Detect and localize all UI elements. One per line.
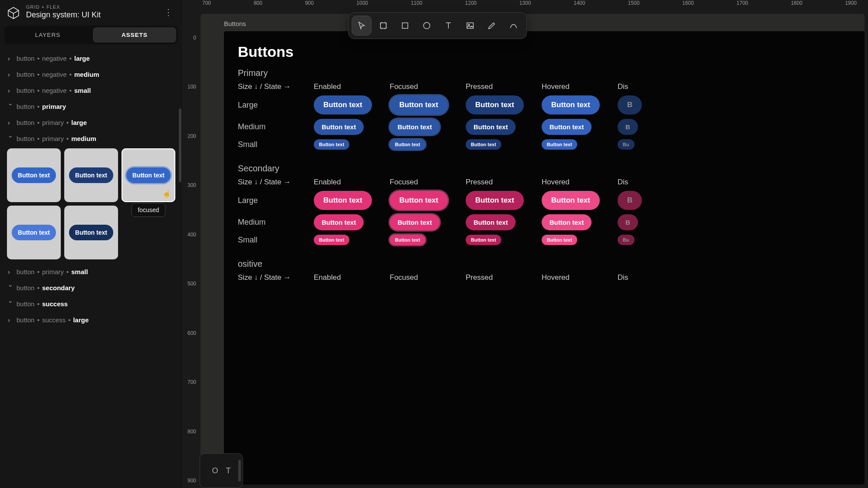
svg-rect-1	[402, 23, 408, 29]
panel-scrollbar[interactable]	[179, 108, 181, 182]
svg-point-2	[424, 23, 430, 29]
svg-rect-3	[467, 23, 473, 29]
caret-right-icon: ›	[8, 87, 14, 94]
tool-select[interactable]	[352, 16, 371, 35]
floating-mini-panel[interactable]: O T	[200, 453, 243, 488]
button-secondary-large-focused[interactable]: Button text	[390, 191, 448, 210]
button-secondary-large-pressed[interactable]: Button text	[466, 191, 524, 210]
row-secondary-small: Small Button text Button text Button tex…	[238, 235, 865, 245]
button-primary-medium-focused[interactable]: Button text	[390, 119, 440, 135]
mini-panel-scrollbar[interactable]	[238, 460, 241, 481]
variant-primary: Primary	[238, 68, 865, 78]
button-secondary-large-enabled[interactable]: Button text	[314, 191, 372, 210]
asset-tree[interactable]: › button• negative• large › button• nega…	[0, 48, 182, 488]
caret-right-icon: ›	[8, 119, 14, 126]
tool-image[interactable]	[460, 16, 480, 35]
tree-row-negative-large[interactable]: › button• negative• large	[4, 50, 178, 66]
button-secondary-medium-enabled[interactable]: Button text	[314, 214, 364, 230]
asset-preview-grid: Button text Button text Button text focu…	[4, 147, 178, 264]
tree-row-primary-small[interactable]: › button• primary• small	[4, 264, 178, 280]
button-primary-medium-disabled[interactable]: B	[618, 119, 638, 135]
row-secondary-large: Large Button text Button text Button tex…	[238, 191, 865, 210]
button-primary-large-pressed[interactable]: Button text	[466, 95, 524, 115]
tree-row-negative-small[interactable]: › button• negative• small	[4, 82, 178, 98]
button-secondary-small-hovered[interactable]: Button text	[542, 235, 577, 245]
ruler-vertical: 0100200 300400500 600700800 900	[182, 0, 197, 488]
button-secondary-large-disabled[interactable]: B	[618, 191, 642, 210]
button-primary-small-pressed[interactable]: Button text	[466, 139, 501, 150]
row-primary-medium: Medium Button text Button text Button te…	[238, 119, 865, 135]
preview-button[interactable]: Button text	[69, 225, 113, 240]
tree-row-negative-medium[interactable]: › button• negative• medium	[4, 66, 178, 82]
button-secondary-medium-disabled[interactable]: B	[618, 214, 638, 230]
project-menu-icon[interactable]: ⋮	[161, 5, 176, 19]
canvas-viewport[interactable]: Buttons Buttons Primary Size ↓ / State →…	[201, 14, 865, 485]
button-secondary-small-enabled[interactable]: Button text	[314, 235, 349, 245]
caret-right-icon: ›	[8, 316, 14, 324]
tab-layers[interactable]: LAYERS	[6, 27, 89, 43]
tree-row-secondary[interactable]: › button• secondary	[4, 280, 178, 296]
grid-header-secondary: Size ↓ / State → Enabled Focused Pressed…	[238, 178, 865, 187]
button-primary-medium-pressed[interactable]: Button text	[466, 119, 516, 135]
tool-rectangle[interactable]	[395, 16, 414, 35]
tree-row-success[interactable]: › button• success	[4, 296, 178, 312]
asset-card-focused[interactable]: Button text focused ☝	[122, 148, 175, 202]
asset-tooltip: focused	[131, 203, 165, 217]
canvas-area[interactable]: Buttons Buttons Primary Size ↓ / State →…	[197, 10, 868, 488]
asset-card-dark[interactable]: Button text	[64, 148, 118, 202]
button-primary-small-enabled[interactable]: Button text	[314, 139, 349, 150]
button-secondary-medium-focused[interactable]: Button text	[390, 214, 440, 230]
project-icon[interactable]	[6, 5, 21, 20]
button-primary-small-disabled[interactable]: Bu	[618, 139, 635, 150]
artboard-buttons[interactable]: Buttons Primary Size ↓ / State → Enabled…	[224, 31, 865, 485]
asset-card-pressed[interactable]: Button text	[64, 206, 118, 259]
tab-assets[interactable]: ASSETS	[93, 27, 176, 43]
tree-row-primary-large[interactable]: › button• primary• large	[4, 115, 178, 131]
frame-label[interactable]: Buttons	[224, 20, 246, 27]
tree-row-primary[interactable]: › button• primary	[4, 98, 178, 115]
button-primary-medium-hovered[interactable]: Button text	[542, 119, 592, 135]
button-secondary-medium-pressed[interactable]: Button text	[466, 214, 516, 230]
variant-positive: ositive	[238, 259, 865, 269]
state-enabled: Enabled	[314, 82, 390, 91]
button-primary-medium-enabled[interactable]: Button text	[314, 119, 364, 135]
state-hovered: Hovered	[542, 82, 618, 91]
row-primary-large: Large Button text Button text Button tex…	[238, 95, 865, 115]
button-secondary-large-hovered[interactable]: Button text	[542, 191, 600, 210]
preview-button[interactable]: Button text	[126, 167, 171, 183]
button-primary-small-hovered[interactable]: Button text	[542, 139, 577, 150]
button-secondary-medium-hovered[interactable]: Button text	[542, 214, 592, 230]
tool-pen[interactable]	[482, 16, 501, 35]
caret-right-icon: ›	[8, 71, 14, 78]
preview-button[interactable]: Button text	[12, 167, 56, 183]
preview-button[interactable]: Button text	[69, 167, 113, 183]
caret-down-icon: ›	[7, 301, 15, 307]
tool-frame[interactable]	[374, 16, 393, 35]
button-primary-large-focused[interactable]: Button text	[390, 95, 448, 115]
panel-tab-switch: LAYERS ASSETS	[4, 26, 178, 44]
button-primary-large-hovered[interactable]: Button text	[542, 95, 600, 115]
button-primary-small-focused[interactable]: Button text	[390, 139, 425, 150]
mini-panel-t[interactable]: T	[226, 466, 231, 475]
caret-down-icon: ›	[7, 104, 15, 110]
button-primary-large-enabled[interactable]: Button text	[314, 95, 372, 115]
button-secondary-small-disabled[interactable]: Bu	[618, 235, 635, 245]
state-focused: Focused	[390, 82, 466, 91]
preview-button[interactable]: Button text	[12, 225, 56, 240]
panel-header: GRID + FLEX Design system: UI Kit ⋮	[0, 0, 182, 22]
tool-ellipse[interactable]	[417, 16, 436, 35]
button-secondary-small-pressed[interactable]: Button text	[466, 235, 501, 245]
asset-card-hovered[interactable]: Button text	[7, 206, 61, 259]
asset-card-enabled[interactable]: Button text	[7, 148, 61, 202]
button-primary-large-disabled[interactable]: B	[618, 95, 642, 115]
tree-row-primary-medium[interactable]: › button• primary• medium	[4, 131, 178, 147]
caret-down-icon: ›	[7, 136, 15, 142]
tree-row-success-large[interactable]: › button• success• large	[4, 312, 178, 328]
mini-panel-o[interactable]: O	[212, 466, 218, 475]
tool-text[interactable]	[439, 16, 458, 35]
button-secondary-small-focused[interactable]: Button text	[390, 235, 425, 245]
tool-path[interactable]	[504, 16, 523, 35]
state-pressed: Pressed	[466, 82, 542, 91]
pointer-cursor-icon: ☝	[162, 190, 171, 198]
row-primary-small: Small Button text Button text Button tex…	[238, 139, 865, 150]
